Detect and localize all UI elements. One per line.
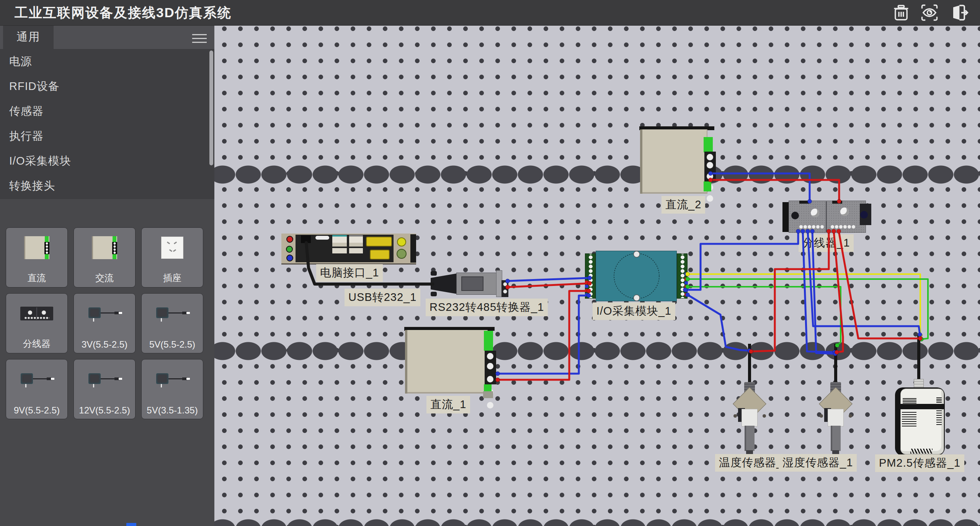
device-label-rs232: RS232转485转换器_1	[426, 299, 548, 316]
palette-tile-psu[interactable]: 交流	[74, 227, 136, 288]
wire-rs232-to-io-blue	[508, 278, 590, 281]
app-title: 工业互联网设备及接线3D仿真系统	[15, 4, 232, 22]
device-temp-sensor[interactable]	[730, 344, 769, 456]
hamburger-icon[interactable]	[192, 31, 207, 43]
sidebar-item-1[interactable]: RFID设备	[0, 74, 214, 99]
palette-tab-strip: 通用	[0, 25, 214, 49]
device-humidity-sensor[interactable]	[817, 344, 855, 456]
title-bar: 工业互联网设备及接线3D仿真系统	[0, 0, 980, 25]
tab-general[interactable]: 通用	[3, 25, 54, 49]
device-io-module[interactable]	[585, 250, 688, 302]
palette-tile-psu[interactable]: 直流	[6, 227, 68, 288]
socket-thumbnail	[161, 237, 183, 259]
device-label-pc: 电脑接口_1	[316, 264, 383, 282]
device-pc-interface[interactable]	[281, 234, 416, 263]
palette-tile-adapter[interactable]: 3V(5.5-2.5)	[74, 293, 136, 353]
pegboard-hole-row	[207, 519, 980, 526]
wire-io-to-humid-green	[688, 287, 841, 345]
device-label-dc2: 直流_2	[662, 196, 705, 214]
adapter-thumbnail	[154, 305, 191, 322]
tile-label: 9V(5.5-2.5)	[6, 405, 67, 416]
device-label-pm25: PM2.5传感器_1	[875, 454, 964, 472]
sidebar-item-0[interactable]: 电源	[0, 49, 214, 74]
device-label-humid: 湿度传感器_1	[779, 454, 857, 472]
wire-io-to-pm25-yellow	[688, 274, 920, 335]
view-focus-icon[interactable]	[920, 3, 939, 23]
palette-tile-adapter[interactable]: 12V(5.5-2.5)	[74, 359, 136, 419]
palette-tile-socket[interactable]: 插座	[141, 227, 203, 288]
device-label-dc1: 直流_1	[426, 396, 470, 413]
tile-label: 3V(5.5-2.5)	[74, 339, 135, 350]
device-splitter1[interactable]	[782, 201, 872, 234]
wire-io-to-pm25-green	[688, 279, 928, 339]
device-palette-sidebar: 通用 电源RFID设备传感器执行器I/O采集模块转换接头 直流交流插座分线器3V…	[0, 25, 214, 526]
pegboard-hole-row	[207, 342, 980, 360]
device-label-usb232: USB转232_1	[345, 289, 420, 306]
device-dc2[interactable]	[639, 126, 720, 195]
sidebar-item-5[interactable]: 转换接头	[0, 173, 214, 198]
sidebar-item-4[interactable]: I/O采集模块	[0, 149, 214, 173]
palette-tile-adapter[interactable]: 5V(5.5-2.5)	[141, 293, 203, 353]
sidebar-item-2[interactable]: 传感器	[0, 99, 214, 124]
tile-label: 插座	[142, 272, 203, 284]
device-dc1[interactable]	[404, 327, 500, 395]
palette-tile-adapter[interactable]: 9V(5.5-2.5)	[6, 359, 68, 419]
tile-label: 5V(5.5-2.5)	[142, 339, 203, 350]
palette-tile-adapter[interactable]: 5V(3.5-1.35)	[141, 359, 203, 419]
wire-rs232-to-io-red	[508, 283, 590, 287]
device-tile-grid: 直流交流插座分线器3V(5.5-2.5)5V(5.5-2.5)9V(5.5-2.…	[0, 199, 214, 526]
tile-label: 5V(3.5-1.35)	[142, 405, 203, 416]
pegboard-hole-row	[207, 165, 980, 184]
device-pm25-sensor[interactable]	[895, 335, 946, 456]
psu-thumbnail	[24, 236, 49, 259]
device-label-splitter1: 分线器_1	[799, 234, 854, 252]
exit-icon[interactable]	[948, 2, 969, 23]
palette-tile-splitter[interactable]: 分线器	[6, 293, 68, 353]
device-label-iomod: I/O采集模块_1	[593, 302, 675, 320]
psu-thumbnail	[92, 236, 117, 259]
sidebar-scrollbar[interactable]	[209, 51, 213, 165]
splitter-thumbnail	[20, 307, 53, 320]
tile-label: 直流	[6, 272, 67, 284]
bottom-blue-chip	[126, 523, 136, 526]
device-rs232-485-converter[interactable]	[431, 270, 507, 297]
adapter-thumbnail	[18, 371, 55, 388]
adapter-thumbnail	[86, 371, 123, 388]
wire-splitter-to-io-blue	[685, 231, 798, 290]
tile-label: 12V(5.5-2.5)	[74, 405, 135, 416]
adapter-thumbnail	[86, 305, 123, 322]
trash-icon[interactable]	[891, 3, 911, 23]
adapter-thumbnail	[154, 371, 191, 388]
tile-label: 分线器	[6, 338, 67, 350]
sidebar-item-3[interactable]: 执行器	[0, 124, 214, 149]
tile-label: 交流	[74, 272, 135, 284]
category-list: 电源RFID设备传感器执行器I/O采集模块转换接头	[0, 49, 214, 199]
